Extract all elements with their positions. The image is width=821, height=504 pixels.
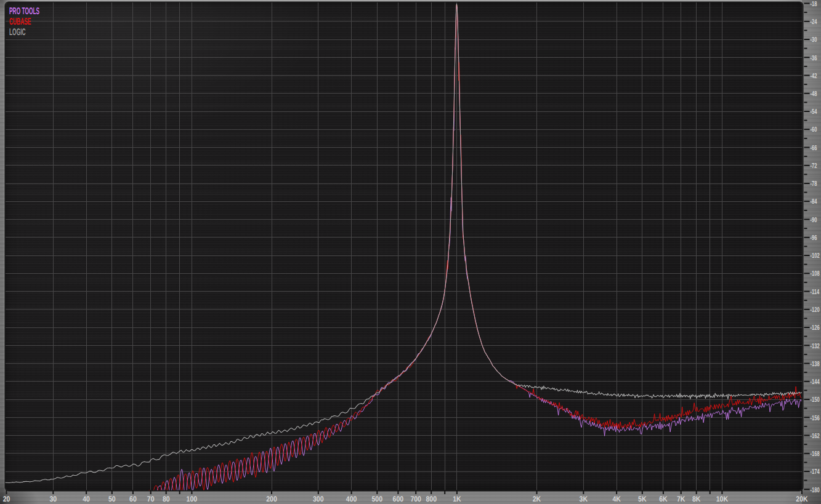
svg-text:-162: -162 [811,433,820,440]
svg-text:-78: -78 [811,180,817,188]
svg-text:-54: -54 [811,108,817,116]
svg-text:-174: -174 [811,468,820,476]
svg-text:20K: 20K [796,495,807,503]
svg-text:70: 70 [147,495,155,503]
svg-text:-102: -102 [811,252,820,260]
svg-text:-132: -132 [811,343,820,350]
svg-text:-180: -180 [811,487,820,494]
svg-text:100: 100 [187,495,198,503]
svg-text:80: 80 [163,495,170,503]
svg-text:8K: 8K [692,495,700,503]
svg-text:-138: -138 [811,361,820,368]
svg-text:6K: 6K [659,495,667,503]
svg-text:4K: 4K [612,495,620,503]
svg-text:200: 200 [266,495,277,503]
svg-text:-156: -156 [811,415,820,422]
svg-text:-90: -90 [811,217,817,224]
svg-text:600: 600 [393,495,404,503]
svg-text:-24: -24 [811,18,817,26]
svg-text:-48: -48 [811,90,817,98]
svg-text:400: 400 [346,495,357,503]
svg-text:PRO TOOLS: PRO TOOLS [9,6,39,17]
svg-text:2K: 2K [533,495,541,503]
svg-text:-18: -18 [811,1,817,8]
svg-text:-144: -144 [811,378,820,386]
svg-text:-60: -60 [811,126,817,134]
svg-text:-36: -36 [811,55,817,62]
svg-text:60: 60 [129,495,137,503]
svg-text:-108: -108 [811,270,820,278]
svg-text:-126: -126 [811,324,820,332]
svg-text:LOGIC: LOGIC [9,27,26,38]
svg-text:5K: 5K [638,495,646,503]
svg-text:300: 300 [313,495,324,503]
svg-text:-120: -120 [811,306,820,314]
svg-text:30: 30 [49,495,57,503]
svg-text:-84: -84 [811,198,817,206]
svg-text:-42: -42 [811,73,817,80]
svg-text:7K: 7K [677,495,685,503]
svg-text:20: 20 [3,495,10,503]
svg-text:-66: -66 [811,145,817,152]
svg-text:-96: -96 [811,234,817,242]
svg-text:-72: -72 [811,162,817,170]
svg-text:500: 500 [372,495,383,503]
svg-text:50: 50 [108,495,116,503]
svg-text:800: 800 [426,495,437,503]
svg-text:-150: -150 [811,396,820,404]
svg-text:-114: -114 [811,289,820,296]
svg-text:10K: 10K [716,495,728,503]
svg-text:40: 40 [83,495,90,503]
svg-text:700: 700 [410,495,421,503]
svg-text:CUBASE: CUBASE [9,17,31,27]
svg-text:3K: 3K [580,495,588,503]
svg-text:-168: -168 [811,450,820,458]
svg-text:-30: -30 [811,36,817,44]
svg-text:1K: 1K [453,495,461,503]
